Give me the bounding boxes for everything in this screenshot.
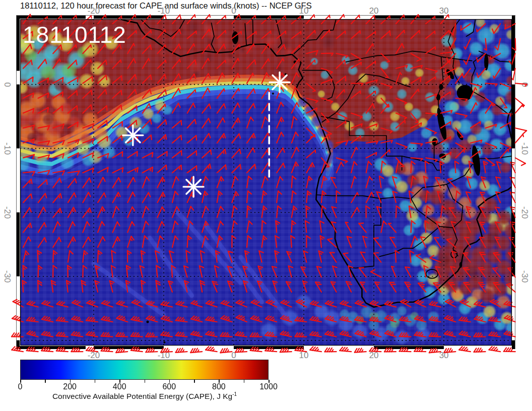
colorbar-tick-label: 200 [63,382,77,391]
colorbar-tick [45,380,46,383]
colorbar-caption: Convective Available Potential Energy (C… [52,391,237,401]
colorbar-tick-label: 1000 [259,382,278,391]
colorbar-tick-label: 600 [162,382,176,391]
colorbar-caption-text: Convective Available Potential Energy (C… [52,392,232,400]
cape-forecast-chart: 18110112, 120 hour forecast for CAPE and… [0,0,532,411]
colorbar-tick [145,380,146,383]
colorbar-tick-label: 400 [113,382,126,391]
colorbar-tick [194,380,195,383]
cape-colorbar [20,360,269,380]
colorbar-tick [95,380,96,383]
colorbar-tick [244,380,245,383]
colorbar-tick-label: 800 [212,382,226,391]
colorbar-tick-label: 0 [18,382,23,391]
date-stamp: 18110112 [23,21,126,48]
colorbar-caption-exponent: -1 [232,391,237,397]
map-canvas [0,0,532,411]
